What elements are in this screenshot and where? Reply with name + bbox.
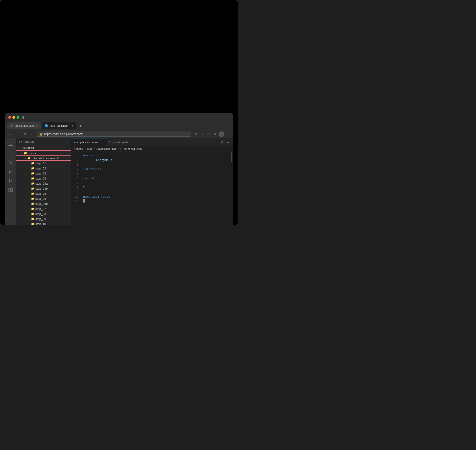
activity-explorer-icon[interactable] <box>6 149 15 158</box>
editor-tab-application-alan[interactable]: ≡ application.alan × <box>71 138 106 146</box>
close-button[interactable] <box>8 116 11 119</box>
explorer-title: EXPLORER <box>19 141 35 143</box>
tree-item-step03[interactable]: 📁 step_03 <box>16 171 71 176</box>
tree-item-step04b[interactable]: 📁 step_04b <box>16 186 71 191</box>
step05-label: step_05 <box>35 192 69 195</box>
activity-git-icon[interactable] <box>6 168 15 176</box>
breadcrumb-file[interactable]: ≡application.alan <box>96 147 117 150</box>
address-bar: ← → ↻ ⌂ 🔒 https://coder.alan-platform.co… <box>5 130 233 138</box>
url-input[interactable]: 🔒 https://coder.alan-platform.com/ <box>37 131 191 137</box>
folder-icon: 📁 <box>31 187 35 190</box>
editor-more-button[interactable]: ··· <box>226 139 231 145</box>
browser-menu-icon[interactable]: … <box>225 131 231 137</box>
folder-icon: 📁 <box>31 177 35 180</box>
coder-favicon <box>10 124 13 127</box>
url-text: https://coder.alan-platform.com/ <box>44 132 83 136</box>
tree-item-step09[interactable]: 📁 step_09 <box>16 216 71 221</box>
step04a-label: step_04a <box>35 182 69 185</box>
folder-icon: 📁 <box>31 217 35 221</box>
browser-bookmark-icon[interactable]: ♡ <box>206 131 211 137</box>
tree-item-step02[interactable]: 📁 step_02 <box>16 166 71 171</box>
browser-profiles-icon[interactable]: ⧉ <box>212 131 218 137</box>
tree-item-step04a[interactable]: 📁 step_04a <box>16 181 71 186</box>
forward-button[interactable]: → <box>15 131 20 137</box>
activity-run-icon[interactable] <box>6 177 15 185</box>
minimize-button[interactable] <box>12 116 15 119</box>
step03-arrow <box>27 172 31 175</box>
browser-toolbar: ⊞ ☆ ♡ ⧉ … <box>193 131 231 137</box>
editor-content: 1 2 3 4 5 6 7 8 9 10 11 users anonymous … <box>71 152 233 225</box>
svg-rect-11 <box>11 188 12 190</box>
section-project[interactable]: PROJECT <box>16 146 71 151</box>
refresh-button[interactable]: ↻ <box>22 131 28 137</box>
folder-icon: 📁 <box>31 212 35 216</box>
sidebar-explorer: EXPLORER ··· PROJECT 📁 _docs <box>16 138 71 225</box>
project-label: PROJECT <box>22 147 35 149</box>
folder-icon: 📁 <box>31 207 35 211</box>
tree-item-step05[interactable]: 📁 step_05 <box>16 191 71 196</box>
browser-tab-coder[interactable]: application.alan × <box>7 122 41 129</box>
home-button[interactable]: ⌂ <box>30 131 35 137</box>
browser-tab-alan-label: Alan Application <box>49 124 69 127</box>
browser-avatar[interactable] <box>219 131 224 137</box>
maximize-button[interactable] <box>17 116 19 119</box>
editor-tabs: ≡ application.alan × ≡ migration.alan ⊟ … <box>71 138 233 146</box>
tree-item-step04[interactable]: 📁 step_04 <box>16 176 71 181</box>
breadcrumb-model[interactable]: model <box>86 147 93 150</box>
activity-search-icon[interactable] <box>6 158 15 167</box>
editor-area: ≡ application.alan × ≡ migration.alan ⊟ … <box>71 138 233 225</box>
editor-tab-app-close[interactable]: × <box>99 141 103 144</box>
browser-tab-coder-close[interactable]: × <box>35 124 38 127</box>
breadcrumb: models › model › ≡application.alan › ⬚nu… <box>71 146 233 152</box>
browser-tab-alan[interactable]: Alan Application × <box>42 122 76 129</box>
editor-tab-mig-label: migration.alan <box>111 141 130 144</box>
breadcrumb-models[interactable]: models <box>74 147 83 150</box>
docs-label: _docs <box>28 152 69 155</box>
editor-scrollbar[interactable] <box>230 152 233 225</box>
back-button[interactable]: ← <box>7 131 13 137</box>
svg-rect-2 <box>8 145 13 146</box>
browser-grid-icon[interactable]: ⊞ <box>193 131 199 137</box>
folder-icon: 📁 <box>31 166 35 170</box>
svg-point-4 <box>9 161 12 163</box>
tree-item-step01[interactable]: 📁 step_01 <box>16 161 71 166</box>
explorer-header: EXPLORER ··· <box>16 138 71 146</box>
svg-rect-12 <box>11 190 12 192</box>
breadcrumb-numerical-types[interactable]: ⬚numerical-types <box>120 147 142 150</box>
folder-icon: 📁 <box>31 192 35 195</box>
tree-item-docs[interactable]: 📁 _docs <box>16 151 71 156</box>
new-tab-button[interactable]: + <box>78 123 84 129</box>
code-keyword-numerical-types: numerical-types <box>83 195 110 199</box>
step06-arrow <box>27 197 31 201</box>
browser-tab-alan-close[interactable]: × <box>71 124 74 127</box>
tree-item-step10[interactable]: 📁 step_10 <box>16 221 71 225</box>
activity-extensions-icon[interactable] <box>6 186 15 194</box>
browser-star-icon[interactable]: ☆ <box>199 131 205 137</box>
step01-label: step_01 <box>35 162 69 165</box>
tree-item-tutorials[interactable]: 📁 tutorials / restaurant1 <box>16 156 71 161</box>
tree-item-step06[interactable]: 📁 step_06 <box>16 196 71 201</box>
step02-arrow <box>27 166 31 170</box>
split-editor-button[interactable]: ⊟ <box>219 139 225 145</box>
editor-tab-migration-alan[interactable]: ≡ migration.alan <box>106 138 133 146</box>
tutorials-label: tutorials / restaurant1 <box>32 157 69 160</box>
alan-favicon <box>45 124 48 127</box>
code-editor[interactable]: users anonymous interfaces root { } nume… <box>80 152 233 225</box>
step04-label: step_04 <box>35 177 69 180</box>
activity-menu-icon[interactable] <box>6 140 15 148</box>
breadcrumb-file-icon: ≡ <box>96 147 97 150</box>
breadcrumb-sep1: › <box>84 147 85 150</box>
editor-tab-app-label: application.alan <box>77 141 98 144</box>
tree-item-step06b[interactable]: 📁 step_06b <box>16 201 71 206</box>
tree-item-step08[interactable]: 📁 step_08 <box>16 211 71 216</box>
explorer-more-button[interactable]: ··· <box>65 140 68 144</box>
step04b-label: step_04b <box>35 187 69 190</box>
sidebar-toggle-icon[interactable] <box>23 116 26 119</box>
code-keyword-users: users <box>83 154 92 157</box>
folder-icon: 📁 <box>24 151 27 155</box>
step02-label: step_02 <box>35 167 69 170</box>
step08-arrow <box>27 212 31 216</box>
svg-rect-10 <box>9 190 10 192</box>
step10-label: step_10 <box>35 222 69 225</box>
tree-item-step07[interactable]: 📁 step_07 <box>16 206 71 211</box>
